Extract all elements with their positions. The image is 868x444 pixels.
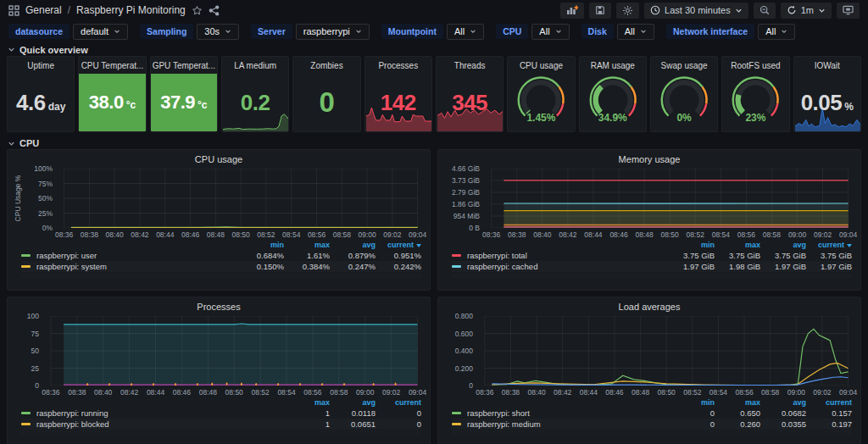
legend-column-min[interactable]: min (669, 241, 715, 249)
zoom-out-time-button[interactable] (754, 3, 776, 19)
legend: minmaxavgcurrentraspberrypi: total3.75 G… (438, 240, 860, 278)
breadcrumb-section[interactable]: General (25, 4, 62, 16)
legend-column-min[interactable]: min (669, 398, 715, 407)
legend-series-label[interactable]: raspberrypi: running (36, 408, 284, 418)
legend-column-max[interactable]: max (715, 241, 760, 249)
y-axis: 1007550250 (13, 316, 43, 386)
stat-panel-title[interactable]: Processes (365, 57, 431, 74)
time-range-picker[interactable]: Last 30 minutes (644, 3, 748, 19)
y-tick-label: 1.86 GiB (452, 200, 480, 208)
stat-panel-cpu-usage: CPU usage1.45% (507, 56, 575, 132)
y-tick-label: 0% (42, 224, 53, 232)
x-tick-label: 08:58 (330, 388, 348, 397)
variable-value-dropdown[interactable]: default (73, 24, 128, 40)
top-nav: General / Raspberry Pi Monitoring Last 3… (0, 0, 868, 20)
legend-column-min[interactable]: min (238, 241, 284, 249)
legend-column-max[interactable]: max (284, 241, 330, 249)
stat-panel-body: 23% (722, 74, 788, 131)
stat-panel-title[interactable]: GPU Temperat... (151, 57, 217, 74)
x-tick-label: 08:52 (687, 230, 704, 239)
stat-panel-body: 4.6day (8, 74, 74, 131)
legend-column-avg[interactable]: avg (760, 398, 806, 407)
x-tick-label: 09:04 (409, 230, 426, 239)
save-dashboard-button[interactable] (589, 3, 611, 19)
chart-plot[interactable]: 08:3608:3808:4008:4208:4408:4608:4808:50… (484, 169, 852, 228)
legend-series-label[interactable]: raspberrypi: short (467, 408, 669, 418)
legend-series-label[interactable]: raspberrypi: user (36, 251, 238, 260)
legend-series-label[interactable]: raspberrypi: total (467, 251, 669, 260)
legend-value: 1.61% (284, 251, 330, 260)
stat-panel-title[interactable]: Threads (437, 57, 503, 74)
cycle-view-mode-button[interactable] (837, 3, 860, 19)
stat-panel-title[interactable]: CPU Temperat... (79, 57, 145, 74)
variable-value-dropdown[interactable]: All (447, 24, 484, 40)
chart-plot[interactable]: 08:3608:3808:4008:4208:4408:4608:4808:50… (477, 316, 852, 386)
variable-value-dropdown[interactable]: All (531, 24, 569, 40)
legend-column-current[interactable]: current (376, 241, 421, 249)
gauge-value: 34.9% (580, 112, 646, 124)
x-tick-label: 08:58 (333, 230, 351, 239)
x-tick-label: 09:02 (813, 388, 831, 397)
stat-panel-title[interactable]: CPU usage (508, 57, 574, 74)
legend-column-current[interactable]: current (376, 398, 421, 407)
variable-value-dropdown[interactable]: raspberrypi (296, 24, 370, 40)
favorite-star-icon[interactable] (192, 5, 203, 16)
x-tick-label: 08:52 (257, 230, 275, 239)
dashboards-grid-icon[interactable] (8, 5, 19, 16)
stat-value: 37.9°c (160, 92, 207, 114)
legend-column-max[interactable]: max (284, 398, 330, 407)
stat-panel-title[interactable]: RootFS used (722, 57, 788, 74)
x-tick-label: 08:56 (735, 388, 753, 397)
panel-title[interactable]: Memory usage (438, 150, 860, 169)
x-tick-label: 09:00 (356, 388, 374, 397)
y-tick-label: 100% (34, 164, 53, 173)
x-tick-label: 08:58 (761, 388, 779, 397)
stat-panel-title[interactable]: Zombies (293, 57, 359, 74)
page-title[interactable]: Raspberry Pi Monitoring (76, 4, 186, 16)
refresh-picker[interactable]: 1m (781, 3, 832, 19)
variable-value-dropdown[interactable]: All (758, 24, 795, 40)
variable-value-dropdown[interactable]: 30s (197, 24, 239, 40)
stat-panel-title[interactable]: LA medium (222, 57, 288, 74)
stat-panel-title[interactable]: RAM usage (580, 57, 646, 74)
legend-column-avg[interactable]: avg (330, 398, 376, 407)
stat-panel-body: 0.05% (794, 74, 860, 131)
legend-column-avg[interactable]: avg (760, 241, 806, 249)
dashboard-settings-button[interactable] (616, 3, 639, 19)
x-tick-label: 08:44 (156, 230, 174, 239)
stat-panel-title[interactable]: IOWait (794, 57, 860, 74)
share-icon[interactable] (209, 5, 220, 16)
y-axis: 100%75%50%25%0% (23, 169, 57, 228)
panel-title[interactable]: Load averages (438, 297, 860, 316)
row-header-quick-overview[interactable]: Quick overview (0, 43, 868, 56)
x-tick-label: 08:36 (55, 230, 73, 239)
stat-panel-body: 142 (365, 74, 431, 131)
stat-panel-title[interactable]: Swap usage (651, 57, 717, 74)
legend-value: 3.75 GiB (715, 251, 760, 260)
legend-series-label[interactable]: raspberrypi: blocked (36, 419, 284, 429)
variable-value-dropdown[interactable]: All (617, 24, 654, 40)
x-tick-label: 08:50 (225, 388, 243, 397)
legend-series-label[interactable]: raspberrypi: cached (467, 262, 669, 271)
x-tick-label: 08:56 (737, 230, 755, 239)
legend-value: 0.0682 (760, 408, 806, 418)
stat-panel-body: 37.9°c (151, 74, 217, 131)
legend-series-label[interactable]: raspberrypi: system (36, 262, 238, 271)
legend-column-current[interactable]: current (806, 241, 852, 249)
legend-series-label[interactable]: raspberrypi: medium (467, 419, 669, 429)
legend-header: minmaxavgcurrent (452, 397, 852, 408)
legend-column-avg[interactable]: avg (330, 241, 376, 249)
panel-title[interactable]: CPU usage (8, 150, 430, 169)
breadcrumb-separator: / (68, 4, 70, 16)
legend-column-max[interactable]: max (715, 398, 760, 407)
stat-panel-title[interactable]: Uptime (8, 57, 74, 74)
add-panel-button[interactable] (560, 3, 584, 19)
legend-column-current[interactable]: current (806, 398, 852, 407)
legend-swatch (21, 423, 31, 425)
row-header-cpu[interactable]: CPU (0, 137, 868, 149)
chart-plot[interactable]: 08:3608:3808:4008:4208:4408:4608:4808:50… (43, 316, 421, 386)
panel-title[interactable]: Processes (8, 297, 430, 316)
chart-plot[interactable]: 08:3608:3808:4008:4208:4408:4608:4808:50… (57, 169, 421, 228)
x-tick-label: 08:36 (42, 388, 59, 397)
y-tick-label: 0 (469, 381, 473, 390)
